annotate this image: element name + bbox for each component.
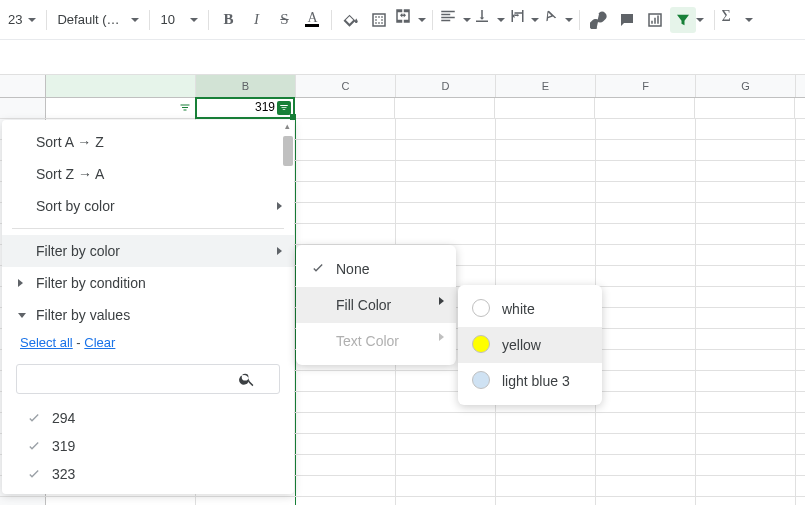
cell[interactable] [495, 98, 595, 118]
cell[interactable] [596, 413, 696, 433]
cell[interactable] [696, 434, 796, 454]
insert-comment-button[interactable] [614, 7, 640, 33]
column-header[interactable]: E [496, 75, 596, 97]
column-header[interactable]: B [196, 75, 296, 97]
column-header[interactable] [46, 75, 196, 97]
cell[interactable] [46, 98, 196, 118]
cell[interactable] [496, 224, 596, 244]
cell[interactable] [496, 497, 596, 505]
fill-color-option[interactable]: light blue 3 [458, 363, 602, 399]
cell[interactable] [696, 476, 796, 496]
column-header[interactable]: F [596, 75, 696, 97]
v-align-button[interactable] [473, 7, 505, 33]
cell[interactable] [696, 413, 796, 433]
cell[interactable] [596, 392, 696, 412]
cell[interactable] [696, 203, 796, 223]
sort-by-color[interactable]: Sort by color [2, 190, 294, 222]
row-header[interactable] [0, 98, 46, 118]
cell[interactable] [396, 140, 496, 160]
cell[interactable] [396, 413, 496, 433]
cell[interactable] [596, 497, 696, 505]
text-color-button[interactable]: A [299, 7, 325, 33]
column-header[interactable]: C [296, 75, 396, 97]
cell[interactable] [696, 392, 796, 412]
cell[interactable] [696, 287, 796, 307]
filter-dropdown-icon[interactable] [179, 102, 191, 114]
filter-value-item[interactable]: 319 [22, 432, 270, 460]
cell[interactable] [396, 161, 496, 181]
cell[interactable] [696, 161, 796, 181]
cell[interactable] [396, 455, 496, 475]
cell[interactable] [396, 497, 496, 505]
cell[interactable] [496, 476, 596, 496]
cell[interactable] [296, 413, 396, 433]
cell[interactable] [296, 497, 396, 505]
cell[interactable] [196, 497, 296, 505]
cell[interactable] [395, 98, 495, 118]
cell[interactable] [296, 434, 396, 454]
chevron-down-icon[interactable] [696, 18, 704, 22]
cell[interactable] [296, 140, 396, 160]
cell[interactable] [596, 119, 696, 139]
cell[interactable] [596, 245, 696, 265]
cell[interactable] [596, 329, 696, 349]
cell[interactable] [296, 476, 396, 496]
select-all-link[interactable]: Select all [20, 335, 73, 350]
h-align-button[interactable] [439, 7, 471, 33]
cell[interactable] [696, 455, 796, 475]
cell[interactable] [696, 119, 796, 139]
cell[interactable] [696, 140, 796, 160]
color-none[interactable]: None [296, 251, 456, 287]
cell[interactable] [496, 434, 596, 454]
cell[interactable] [295, 98, 395, 118]
text-rotation-button[interactable] [541, 7, 573, 33]
cell[interactable] [296, 161, 396, 181]
cell[interactable] [296, 455, 396, 475]
cell[interactable] [696, 308, 796, 328]
merge-cells-button[interactable] [394, 7, 426, 33]
filter-value-item[interactable]: 323 [22, 460, 270, 488]
cell[interactable] [396, 434, 496, 454]
zoom-dropdown[interactable]: 23 [4, 7, 40, 33]
cell[interactable] [496, 182, 596, 202]
cell[interactable] [596, 455, 696, 475]
bold-button[interactable]: B [215, 7, 241, 33]
functions-button[interactable]: Σ [721, 7, 753, 33]
cell[interactable] [596, 224, 696, 244]
cell[interactable] [596, 350, 696, 370]
column-header[interactable]: D [396, 75, 496, 97]
cell[interactable] [596, 161, 696, 181]
filter-by-color[interactable]: Filter by color [2, 235, 294, 267]
sort-z-a[interactable]: Sort Z → A [2, 158, 294, 190]
text-wrap-button[interactable] [507, 7, 539, 33]
cell[interactable] [596, 287, 696, 307]
cell[interactable] [296, 119, 396, 139]
cell[interactable] [46, 497, 196, 505]
cell[interactable] [496, 413, 596, 433]
font-size-dropdown[interactable]: 10 [156, 7, 202, 33]
cell[interactable] [496, 161, 596, 181]
cell[interactable] [496, 203, 596, 223]
cell[interactable] [496, 266, 596, 286]
font-dropdown[interactable]: Default (Ari... [53, 7, 143, 33]
active-cell[interactable]: 319 [195, 97, 295, 119]
cell[interactable] [596, 476, 696, 496]
cell[interactable] [496, 455, 596, 475]
cell[interactable] [296, 392, 396, 412]
cell[interactable] [596, 266, 696, 286]
cell[interactable] [696, 371, 796, 391]
fill-color-option[interactable]: yellow [458, 327, 602, 363]
cell[interactable] [596, 308, 696, 328]
filter-dropdown-icon[interactable] [277, 101, 291, 115]
cell[interactable] [396, 203, 496, 223]
cell[interactable] [595, 98, 695, 118]
cell[interactable] [496, 140, 596, 160]
cell[interactable] [596, 182, 696, 202]
cell[interactable] [296, 371, 396, 391]
cell[interactable] [296, 224, 396, 244]
cell[interactable] [596, 203, 696, 223]
column-header[interactable]: G [696, 75, 796, 97]
row-header[interactable] [0, 497, 46, 505]
cell[interactable] [496, 119, 596, 139]
fill-color[interactable]: Fill Color [296, 287, 456, 323]
